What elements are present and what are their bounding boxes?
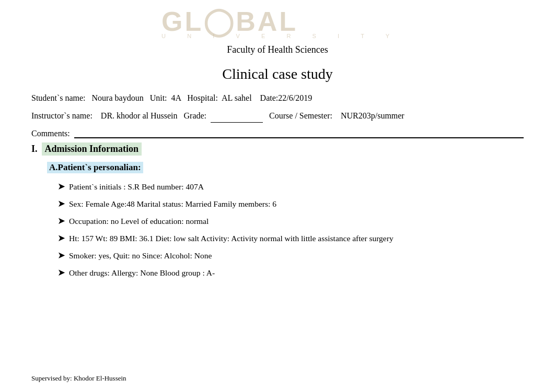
list-item-text: Other drugs: Allergy: None Blood group :… — [69, 267, 215, 279]
faculty-name: Faculty of Health Sciences — [31, 44, 524, 55]
list-item: ➤ Patient`s initials : S.R Bed number: 4… — [57, 180, 524, 194]
label-hospital: Hospital: — [187, 93, 218, 102]
unit-value: 4A — [171, 93, 181, 102]
course-value: NUR203p/summer — [341, 111, 404, 120]
bullet-icon: ➤ — [57, 266, 66, 280]
label-student-name: Student`s name: — [31, 93, 86, 102]
label-course: Course / Semester: — [269, 111, 332, 120]
section-title: Admission Information — [42, 142, 142, 156]
clinical-title: Clinical case study — [31, 66, 524, 82]
section-number: I. — [31, 144, 38, 155]
bullet-icon: ➤ — [57, 214, 66, 228]
student-info-line: Student`s name: Noura baydoun Unit: 4A H… — [31, 92, 524, 104]
list-item: ➤ Sex: Female Age:48 Marital status: Mar… — [57, 197, 524, 211]
bullet-icon: ➤ — [57, 248, 66, 263]
hospital-value: AL sahel — [222, 93, 252, 102]
list-item: ➤ Ht: 157 Wt: 89 BMI: 36.1 Diet: low sal… — [57, 231, 524, 245]
bullet-icon: ➤ — [57, 197, 66, 211]
logo-wrapper: GL◯BAL U N I V E R S I T Y — [161, 5, 394, 39]
list-item: ➤ Smoker: yes, Quit: no Since: Alcohol: … — [57, 248, 524, 263]
supervised-text: Supervised by: Khodor El-Hussein — [31, 374, 126, 383]
page-container: GL◯BAL U N I V E R S I T Y Faculty of He… — [0, 0, 555, 392]
logo-subtitle: U N I V E R S I T Y — [161, 33, 394, 39]
comments-underline — [74, 128, 524, 138]
list-item-text: Patient`s initials : S.R Bed number: 407… — [69, 181, 204, 193]
logo-section: GL◯BAL U N I V E R S I T Y — [31, 5, 524, 39]
comments-row: Comments: — [31, 128, 524, 138]
subsection-a-heading: A.Patient`s personalian: — [47, 162, 143, 173]
patient-info-list: ➤ Patient`s initials : S.R Bed number: 4… — [57, 180, 524, 280]
date-value: 22/6/2019 — [278, 93, 312, 102]
instructor-name-value: DR. khodor al Hussein — [101, 111, 178, 120]
bullet-icon: ➤ — [57, 231, 66, 245]
list-item-text: Occupation: no Level of education: norma… — [69, 215, 209, 227]
bullet-icon: ➤ — [57, 180, 66, 194]
list-item-text: Ht: 157 Wt: 89 BMI: 36.1 Diet: low salt … — [69, 232, 394, 244]
instructor-info-line: Instructor`s name: DR. khodor al Hussein… — [31, 110, 524, 123]
comments-label: Comments: — [31, 129, 70, 138]
list-item: ➤ Occupation: no Level of education: nor… — [57, 214, 524, 228]
grade-field — [211, 110, 263, 123]
list-item-text: Sex: Female Age:48 Marital status: Marri… — [69, 198, 276, 210]
list-item: ➤ Other drugs: Allergy: None Blood group… — [57, 266, 524, 280]
label-date: Date: — [260, 93, 279, 102]
label-instructor: Instructor`s name: — [31, 111, 92, 120]
label-grade: Grade: — [184, 111, 207, 120]
logo-text: GL◯BAL — [161, 8, 394, 35]
section-heading: I. Admission Information — [31, 142, 524, 156]
label-unit: Unit: — [150, 93, 167, 102]
student-name-value: Noura baydoun — [92, 93, 144, 102]
list-item-text: Smoker: yes, Quit: no Since: Alcohol: No… — [69, 250, 212, 262]
